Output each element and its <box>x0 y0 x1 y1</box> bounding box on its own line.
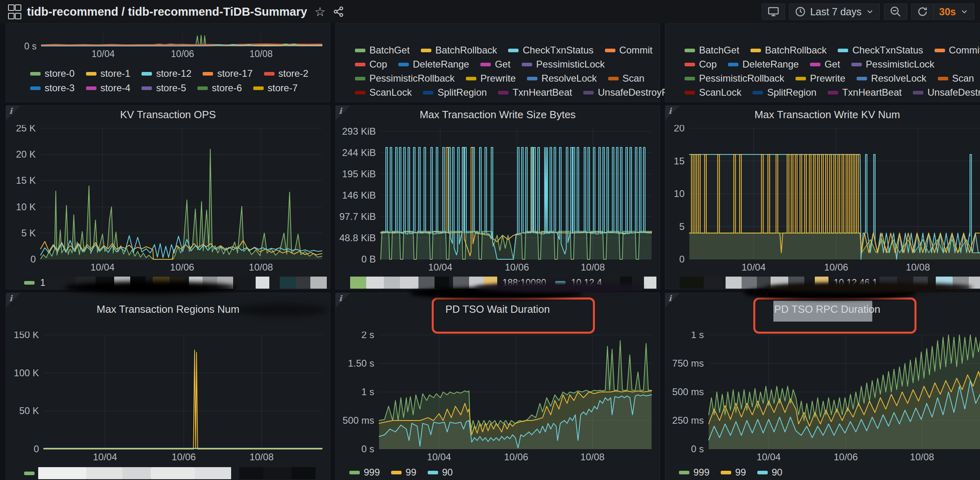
legend-item[interactable]: Scan <box>608 73 645 84</box>
legend-item[interactable]: 90 <box>757 467 783 478</box>
legend-swatch <box>935 49 945 52</box>
legend-gap <box>231 473 239 474</box>
panel-title[interactable]: KV Transaction OPS <box>6 106 330 123</box>
legend-label: PessimisticLock <box>866 59 935 70</box>
legend-item[interactable]: Scan <box>938 73 974 84</box>
legend-swatch <box>685 63 695 66</box>
legend-item[interactable]: ResolveLock <box>857 73 926 84</box>
legend-row: ScanLockSplitRegionTxnHeartBeatUnsafeDes… <box>355 87 690 98</box>
tv-cycle-view-button[interactable] <box>762 4 785 20</box>
legend-item[interactable]: store-7 <box>253 82 298 94</box>
panel-title[interactable]: PD TSO RPC Duration <box>665 300 980 318</box>
panel-title[interactable]: Max Transaction Regions Num <box>6 300 330 318</box>
redacted-block <box>310 277 327 289</box>
svg-text:10/06: 10/06 <box>504 451 528 462</box>
percentile-legend: 9999990 <box>349 467 453 478</box>
legend-item[interactable]: Get <box>480 59 511 70</box>
legend-item[interactable]: 90 <box>428 467 453 478</box>
panel-title[interactable]: PD TSO Wait Duration <box>336 300 660 318</box>
grpc-legend-1: BatchGetBatchRollbackCheckTxnStatusCommi… <box>355 45 690 98</box>
legend-item[interactable]: BatchGet <box>355 45 410 56</box>
redacted-block <box>726 277 742 289</box>
panel-title[interactable]: Max Transaction Write Size Bytes <box>336 106 660 123</box>
svg-text:5 K: 5 K <box>21 228 36 238</box>
legend-item[interactable]: TxnHeartBeat <box>498 87 572 98</box>
legend-swatch <box>428 471 438 474</box>
panel-title[interactable]: Max Transaction Write KV Num <box>665 106 980 123</box>
legend-item[interactable]: 99 <box>721 467 746 478</box>
refresh-button[interactable] <box>911 4 933 20</box>
legend-row: store-0store-1store-12store-17store-2 <box>30 68 308 79</box>
max-txn-write-size-graph[interactable]: 0 B48.8 KiB97.7 KiB146 KiB195 KiB244 KiB… <box>339 125 656 273</box>
dashboard-header: tidb-recommend / tidb-recommend-TiDB-Sum… <box>0 0 980 23</box>
svg-text:20: 20 <box>674 125 685 133</box>
max-txn-write-kv-num-graph[interactable]: 0510152010/0410/0610/08 <box>668 125 980 273</box>
legend-label: Cop <box>699 59 717 70</box>
zoom-out-button[interactable] <box>884 4 907 20</box>
legend-item[interactable]: BatchGet <box>685 45 739 56</box>
legend-item[interactable]: 999 <box>349 467 380 478</box>
legend-item[interactable]: store-2 <box>264 68 309 79</box>
legend-item[interactable]: PessimisticLock <box>851 59 935 70</box>
legend-item[interactable]: Cop <box>685 59 717 70</box>
redacted-legend[interactable]: 080 <box>21 467 327 480</box>
legend-item[interactable]: DeleteRange <box>728 59 799 70</box>
apps-grid-icon[interactable] <box>8 4 20 19</box>
legend-item[interactable]: CheckTxnStatus <box>508 45 593 56</box>
redacted-block <box>400 277 418 289</box>
legend-item[interactable]: Prewrite <box>466 73 516 84</box>
refresh-interval-label: 30s <box>939 6 956 18</box>
legend-item[interactable]: store-12 <box>141 68 191 79</box>
legend-item[interactable]: PessimisticRollback <box>685 73 784 84</box>
legend-swatch <box>421 49 431 52</box>
legend-item[interactable]: Commit <box>935 45 980 56</box>
legend-item[interactable]: store-4 <box>86 82 131 94</box>
legend-swatch <box>391 471 402 474</box>
legend-item[interactable]: Cop <box>355 59 387 70</box>
legend-swatch <box>938 77 948 80</box>
duration-graph[interactable]: 0 s10/0410/0610/08 <box>9 30 326 57</box>
legend-item[interactable]: ScanLock <box>355 87 412 98</box>
pd-tso-rpc-duration-graph[interactable]: 0 s250 ms500 ms750 ms1 s10/0410/0610/08 <box>668 332 980 463</box>
legend-item[interactable]: store-0 <box>30 68 75 79</box>
legend-item[interactable]: UnsafeDestroyRange <box>913 87 980 98</box>
legend-swatch <box>466 77 476 80</box>
legend-row: BatchGetBatchRollbackCheckTxnStatusCommi… <box>355 45 690 56</box>
kv-transaction-ops-graph[interactable]: 05 K10 K15 K20 K25 K10/0410/0610/08 <box>9 125 326 273</box>
legend-item[interactable]: TxnHeartBeat <box>828 87 902 98</box>
legend-item[interactable]: PessimisticRollback <box>355 73 455 84</box>
pd-tso-wait-duration-graph[interactable]: 0 s500 ms1 s1.50 s2 s10/0410/0610/08 <box>339 332 656 463</box>
legend-item[interactable]: ResolveLock <box>527 73 597 84</box>
legend-item[interactable]: store-3 <box>30 82 75 94</box>
dashboard-breadcrumb[interactable]: tidb-recommend / tidb-recommend-TiDB-Sum… <box>27 5 307 18</box>
legend-item[interactable]: BatchRollback <box>750 45 826 56</box>
share-icon[interactable] <box>333 6 344 17</box>
legend-item[interactable]: PessimisticLock <box>522 59 605 70</box>
legend-item[interactable]: store-1 <box>86 68 131 79</box>
refresh-interval-dropdown[interactable]: 30s <box>933 4 974 20</box>
time-range-picker[interactable]: Last 7 days <box>789 4 880 20</box>
legend-item[interactable]: SplitRegion <box>423 87 487 98</box>
legend-item[interactable]: BatchRollback <box>421 45 497 56</box>
legend-item[interactable]: ScanLock <box>685 87 741 98</box>
legend-item[interactable]: 99 <box>391 467 416 478</box>
legend-item[interactable]: Get <box>810 59 840 70</box>
star-icon[interactable]: ☆ <box>314 6 326 18</box>
redacted-block <box>296 277 310 289</box>
legend-item[interactable]: store-6 <box>197 82 242 94</box>
legend-item[interactable]: SplitRegion <box>752 87 816 98</box>
legend-item[interactable]: Prewrite <box>795 73 845 84</box>
max-txn-regions-num-graph[interactable]: 050 K100 K150 K10/0410/0610/08 <box>9 332 326 463</box>
legend-item[interactable]: Commit <box>605 45 653 56</box>
panel-kv-grpc-duration-2: BatchGetBatchRollbackCheckTxnStatusCommi… <box>665 23 980 102</box>
legend-item[interactable]: store-5 <box>141 82 186 94</box>
redacted-block <box>453 277 469 289</box>
svg-text:10/06: 10/06 <box>172 451 196 462</box>
legend-label: Commit <box>619 45 653 56</box>
svg-text:10/08: 10/08 <box>250 49 273 57</box>
legend-item[interactable]: CheckTxnStatus <box>838 45 923 56</box>
legend-item[interactable]: store-17 <box>203 68 252 79</box>
legend-item[interactable]: DeleteRange <box>398 59 469 70</box>
legend-item[interactable]: 999 <box>679 467 709 478</box>
legend-swatch <box>141 86 152 90</box>
